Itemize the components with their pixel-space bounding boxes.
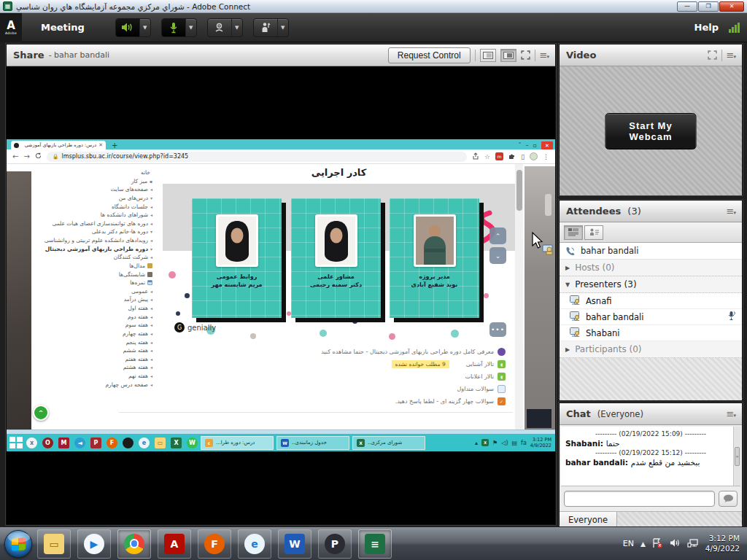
attendee-group-hosts[interactable]: ▶Hosts (0) [560, 260, 742, 276]
chrome-icon[interactable] [124, 534, 144, 554]
speaker-button[interactable]: ▼ [115, 18, 151, 37]
taskbar-button-media-player-icon[interactable]: ▶ [77, 529, 111, 559]
shared-start-button[interactable] [9, 436, 23, 449]
lms-sidebar-item[interactable]: ▾دوره طراحي بازيهاي آموزشي ديجيتال [34, 245, 152, 254]
status-dropdown[interactable]: ▼ [277, 19, 288, 36]
video-pod-menu-icon[interactable]: ≡▾ [727, 50, 735, 61]
lms-sidebar-item[interactable]: ◂هفته اول [34, 304, 152, 313]
staff-card[interactable]: مشاور علمیدکتر سمیه رحیمی [291, 198, 381, 318]
attendee-list-view-button[interactable] [564, 225, 583, 240]
request-control-button[interactable]: Request Control [388, 47, 471, 63]
speaker-dropdown[interactable]: ▼ [139, 19, 150, 36]
tab-close-icon[interactable]: ✕ [98, 142, 103, 148]
shared-taskbar-window-chrome-icon[interactable]: cدرس: دوره طرا... [201, 436, 274, 450]
browser-tab[interactable]: درس: دوره طراحي بازيهاي آموزشي ✕ [11, 141, 106, 149]
taskbar-button-firefox-icon[interactable]: F [198, 529, 231, 559]
webcam-dropdown[interactable]: ▼ [231, 19, 242, 36]
bookmark-star-icon[interactable]: ☆ [484, 153, 490, 160]
adblock-extension-icon[interactable]: m [495, 152, 503, 160]
staff-card[interactable]: مدیر پروژهنوید شفیع آبادی [390, 198, 479, 318]
taskbar-button-word-icon[interactable]: W [278, 529, 311, 559]
status-button[interactable]: ▼ [253, 18, 289, 37]
lms-sidebar-item[interactable]: ◂هفته دوم [34, 313, 152, 322]
lms-sidebar-item[interactable]: ◂هفته هشتم [34, 363, 152, 372]
url-bar[interactable]: 🔒 lmsplus.sbu.ac.ir/course/view.php?id=3… [47, 152, 467, 162]
shared-taskbar-window-word-icon[interactable]: Wجدول زمانبندی.. [276, 436, 349, 450]
restore-button[interactable]: ❐ [698, 1, 719, 12]
acrobat-icon[interactable]: A [164, 534, 185, 554]
taskbar-button-adobe-connect-icon[interactable]: ≡ [358, 529, 392, 559]
telegram-icon[interactable]: ◄ [74, 438, 85, 448]
staff-card[interactable]: روابط عمومیمریم شایسته مهر [192, 198, 282, 318]
lms-sidebar-item[interactable]: نمره‌ها [34, 279, 152, 287]
start-orb-button[interactable] [4, 530, 32, 558]
help-menu[interactable]: Help [694, 22, 719, 33]
shared-tray-arrow-icon[interactable]: ▴ [475, 440, 478, 446]
attendee-group-presenters[interactable]: ▼Presenters (3) [560, 276, 742, 293]
course-link[interactable]: ✓سوالات چهار گزینه ای - لطفا پاسخ دهید. [163, 397, 506, 405]
new-tab-button[interactable]: + [112, 142, 117, 149]
browser-close-icon[interactable]: ✕ [541, 141, 553, 149]
attendee-group-participants[interactable]: ▶Participants (0) [560, 341, 742, 358]
taskbar-button-p-app-icon[interactable]: P [318, 529, 352, 559]
word-icon[interactable]: W [285, 534, 305, 554]
attendee-row[interactable]: bahar bandali [560, 309, 742, 325]
attendees-pod-menu-icon[interactable]: ≡▾ [727, 206, 735, 217]
lms-sidebar-item[interactable]: ◂شرکت کنندگان [34, 253, 152, 262]
tray-language[interactable]: EN [623, 539, 634, 548]
chat-pod-menu-icon[interactable]: ≡▾ [727, 408, 735, 419]
lms-sidebar-item[interactable]: ◂صفحه درس چهارم [34, 381, 152, 389]
adobe-connect-icon[interactable]: ≡ [365, 534, 385, 554]
shared-taskbar-window-excel-icon[interactable]: Xشورای مرکزی.. [352, 436, 425, 450]
back-to-top-button[interactable]: ⌃ [33, 405, 49, 421]
slide-down-button[interactable]: ⌄ [489, 247, 506, 264]
p-app-icon[interactable]: P [325, 534, 345, 554]
tray-clock[interactable]: 3:12 PM 4/9/2022 [705, 534, 740, 553]
shared-tray-keyboard-icon[interactable]: ▤ [512, 440, 518, 446]
shared-tray-flag-icon[interactable]: ⚑ [492, 440, 498, 446]
chat-tab-everyone[interactable]: Everyone [560, 512, 617, 527]
tray-hidden-icons-arrow[interactable]: ▲ [640, 540, 646, 548]
course-link[interactable]: معرفی کامل دوره طراحی بازیهای آموزشی دیج… [163, 348, 506, 356]
taskbar-button-acrobat-icon[interactable]: A [158, 529, 191, 559]
internet-explorer-icon[interactable]: e [139, 438, 150, 448]
browser-menu-icon[interactable]: ⋮ [543, 153, 549, 160]
lms-sidebar-item[interactable]: ▪میز کار [34, 177, 152, 186]
lms-sidebar-item[interactable]: شایستگی‌ها [34, 271, 152, 279]
genially-brand[interactable]: G genially [174, 322, 216, 332]
lms-sidebar-item[interactable]: ◂رویدادهای دانشکده علوم تربیتی و روانشنا… [34, 236, 152, 245]
lms-sidebar-item[interactable]: ◂جلسات دانشگاه [34, 203, 152, 211]
side-panel-icon[interactable]: ▯ [521, 153, 525, 160]
lms-sidebar-item[interactable]: ◂هفته هفتم [34, 355, 152, 364]
lms-sidebar-item[interactable]: مدال‌ها [34, 262, 152, 271]
browser-restore-icon[interactable]: ▫ [533, 142, 537, 149]
dark-app-icon[interactable] [123, 438, 133, 448]
lms-sidebar-item[interactable]: ▾دوره ها-خانم دکتر بدعلی [34, 228, 152, 236]
extensions-icon[interactable] [508, 152, 516, 161]
page-scrollbar-thumb[interactable] [516, 170, 522, 211]
media-player-icon[interactable]: ▶ [84, 534, 104, 554]
lms-sidebar-item[interactable]: ◂دوره های توانمندسازی اعضای هیات علمی [34, 219, 152, 228]
shared-tray-clock[interactable]: 3:12 PM 4/9/2022 [530, 437, 551, 448]
video-fullscreen-icon[interactable] [708, 50, 717, 60]
file-explorer-icon[interactable]: ▭ [155, 438, 166, 448]
course-link[interactable]: سوالات متداول [163, 385, 506, 393]
file-explorer-icon[interactable]: ▭ [44, 534, 64, 554]
presentation-options-button[interactable]: ••• [489, 322, 506, 337]
firefox-icon[interactable]: F [107, 438, 117, 448]
chat-scrollbar[interactable]: ≡ [733, 427, 740, 486]
shared-tray-excel-icon[interactable]: X [481, 439, 489, 446]
tray-action-center-icon[interactable] [652, 538, 663, 550]
attendee-status-view-button[interactable] [584, 225, 603, 240]
microphone-button[interactable]: ▼ [161, 18, 197, 37]
taskbar-button-chrome-icon[interactable] [117, 529, 151, 559]
connection-signal-icon[interactable] [729, 23, 740, 33]
course-link[interactable]: ◖تالار اعلانات [163, 373, 506, 381]
firefox-icon[interactable]: F [204, 534, 225, 554]
lms-sidebar-item[interactable]: ◂هفته ششم [34, 346, 152, 355]
attendee-row[interactable]: Shabani [560, 325, 742, 341]
tabbar-chevron-icon[interactable]: ˅ [519, 142, 522, 149]
profile-avatar[interactable] [530, 152, 538, 160]
m-app-icon[interactable]: M [58, 438, 69, 448]
fullscreen-icon[interactable] [521, 50, 530, 60]
